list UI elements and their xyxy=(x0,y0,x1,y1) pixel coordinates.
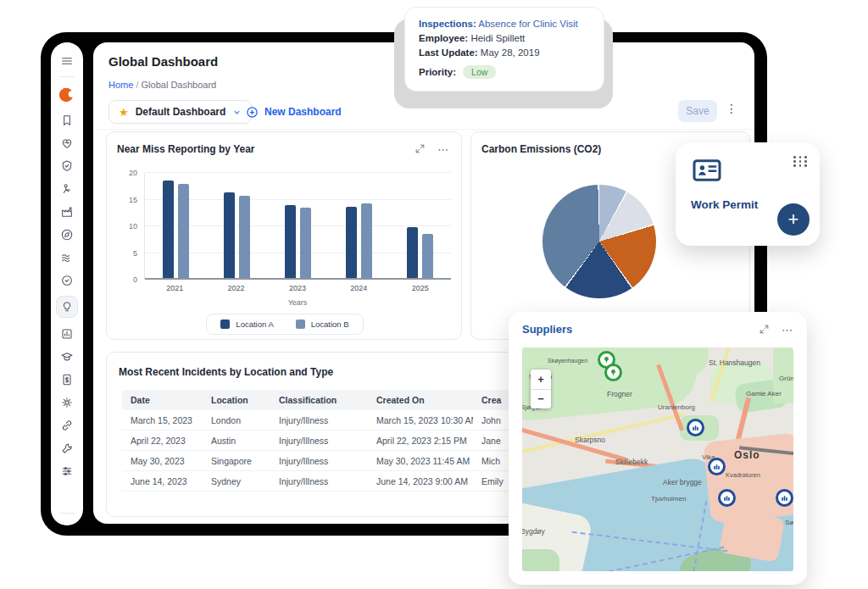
bar xyxy=(239,196,250,278)
breadcrumb-current: Global Dashboard xyxy=(142,80,217,90)
x-tick-label: 2023 xyxy=(289,284,306,292)
logo-crescent[interactable] xyxy=(58,86,76,104)
priority-label: Priority: xyxy=(419,67,456,77)
inspections-value[interactable]: Absence for Clinic Visit xyxy=(478,19,577,29)
map-label: Aker brygge xyxy=(663,478,702,486)
suppliers-map[interactable]: + − SkøyenhaugenSkøyenFrognerUranienborg… xyxy=(522,347,793,571)
add-work-permit-button[interactable]: + xyxy=(777,203,810,236)
bar-group xyxy=(163,181,189,278)
incidents-title: Most Recent Incidents by Location and Ty… xyxy=(119,366,333,378)
employee-value: Heidi Spillett xyxy=(470,33,525,43)
bar-chart-icon[interactable] xyxy=(60,326,75,341)
gear-icon[interactable] xyxy=(60,395,75,409)
waves-icon[interactable] xyxy=(60,250,75,264)
factory-icon[interactable] xyxy=(60,204,75,219)
bar-legend: Location ALocation B xyxy=(206,314,363,335)
column-header: Location xyxy=(203,395,270,405)
zoom-out-button[interactable]: − xyxy=(531,390,551,409)
bar-group xyxy=(346,203,372,278)
table-cell: London xyxy=(203,415,270,425)
sidebar-divider xyxy=(59,76,75,77)
table-cell: Injury/Illness xyxy=(270,456,368,466)
bar xyxy=(346,207,357,278)
dashboard-selector-label: Default Dashboard xyxy=(136,106,226,118)
sidebar-divider-bottom xyxy=(59,513,75,514)
bar xyxy=(178,184,189,279)
map-label: Sø xyxy=(785,519,793,526)
map-park xyxy=(522,549,559,571)
header-kebab-menu-icon[interactable]: ⋮ xyxy=(726,102,737,115)
x-tick-label: 2022 xyxy=(228,284,245,292)
bar xyxy=(224,192,235,278)
bar-x-axis-title: Years xyxy=(144,298,451,307)
bar xyxy=(361,203,372,278)
map-marker-supplier[interactable] xyxy=(718,489,736,507)
lightbulb-icon[interactable] xyxy=(56,296,78,318)
bar xyxy=(300,208,311,278)
header-divider xyxy=(93,129,754,130)
bar-group xyxy=(224,192,250,278)
breadcrumb-home-link[interactable]: Home xyxy=(108,80,133,90)
last-update-value: May 28, 2019 xyxy=(481,47,540,58)
map-label: Uranienborg xyxy=(658,403,695,411)
legend-item: Location A xyxy=(220,320,273,329)
column-header: Date xyxy=(122,395,203,405)
breadcrumb: Home / Global Dashboard xyxy=(108,80,216,90)
column-header: Classification xyxy=(270,395,368,405)
dashboard-selector[interactable]: ★ Default Dashboard xyxy=(108,100,252,124)
near-miss-card: Near Miss Reporting by Year ⋯ 05101520 2… xyxy=(106,131,462,340)
table-cell: March 15, 2023 xyxy=(122,415,203,425)
shield-check-icon[interactable] xyxy=(60,158,75,173)
table-cell: Injury/Illness xyxy=(270,415,368,425)
table-cell: Injury/Illness xyxy=(270,436,368,446)
save-button[interactable]: Save xyxy=(678,100,717,122)
map-marker-supplier[interactable] xyxy=(776,489,793,507)
y-tick-label: 0 xyxy=(133,275,137,284)
x-tick-label: 2024 xyxy=(350,284,367,292)
page-title: Global Dashboard xyxy=(108,54,218,69)
map-zoom-control: + − xyxy=(531,370,551,408)
y-tick-label: 5 xyxy=(133,249,137,258)
heart-pulse-icon[interactable] xyxy=(60,136,75,150)
expand-icon[interactable] xyxy=(415,142,426,158)
menu-icon[interactable] xyxy=(60,53,75,68)
map-marker-supplier[interactable] xyxy=(687,419,704,436)
drag-handle-icon[interactable] xyxy=(793,156,808,167)
legend-label: Location B xyxy=(311,320,349,329)
legend-item: Location B xyxy=(296,320,349,329)
sidebar xyxy=(51,42,83,525)
leaf-icon[interactable] xyxy=(60,227,75,242)
zoom-in-button[interactable]: + xyxy=(531,370,551,390)
wrench-icon[interactable] xyxy=(60,441,75,455)
bar-group xyxy=(285,205,311,278)
bar xyxy=(407,227,418,278)
table-cell: March 15, 2023 10:30 AM xyxy=(368,415,473,425)
employee-label: Employee: xyxy=(419,33,468,43)
expand-icon[interactable] xyxy=(759,323,770,338)
card-kebab-menu-icon[interactable]: ⋯ xyxy=(782,326,793,335)
new-dashboard-button[interactable]: New Dashboard xyxy=(246,100,342,124)
person-ergonomics-icon[interactable] xyxy=(60,181,75,196)
inspections-label: Inspections: xyxy=(419,19,476,29)
map-label: Gamle Aker xyxy=(746,390,782,397)
x-tick-label: 2021 xyxy=(166,284,183,292)
document-dollar-icon[interactable] xyxy=(60,372,75,386)
graduation-cap-icon[interactable] xyxy=(60,349,75,364)
list-sliders-icon[interactable] xyxy=(60,464,75,478)
map-marker-supplier[interactable] xyxy=(708,458,726,475)
suppliers-card: Suppliers ⋯ + − Skøyenhaugen xyxy=(509,312,807,585)
map-label: Oslo xyxy=(734,449,760,461)
bar xyxy=(163,181,174,278)
table-cell: June 14, 2023 9:00 AM xyxy=(368,476,473,486)
card-kebab-menu-icon[interactable]: ⋯ xyxy=(437,146,449,154)
table-cell: May 30, 2023 11:45 AM xyxy=(368,456,473,466)
link-icon[interactable] xyxy=(60,418,75,432)
clock-check-icon[interactable] xyxy=(60,273,75,287)
table-cell: Sydney xyxy=(203,476,270,486)
table-cell: May 30, 2023 xyxy=(122,456,203,466)
map-marker-park[interactable] xyxy=(604,364,622,381)
suppliers-title: Suppliers xyxy=(522,323,572,336)
bookmark-icon[interactable] xyxy=(60,113,75,127)
map-label: St. Hanshaugen xyxy=(709,358,760,367)
new-dashboard-label: New Dashboard xyxy=(264,106,342,118)
